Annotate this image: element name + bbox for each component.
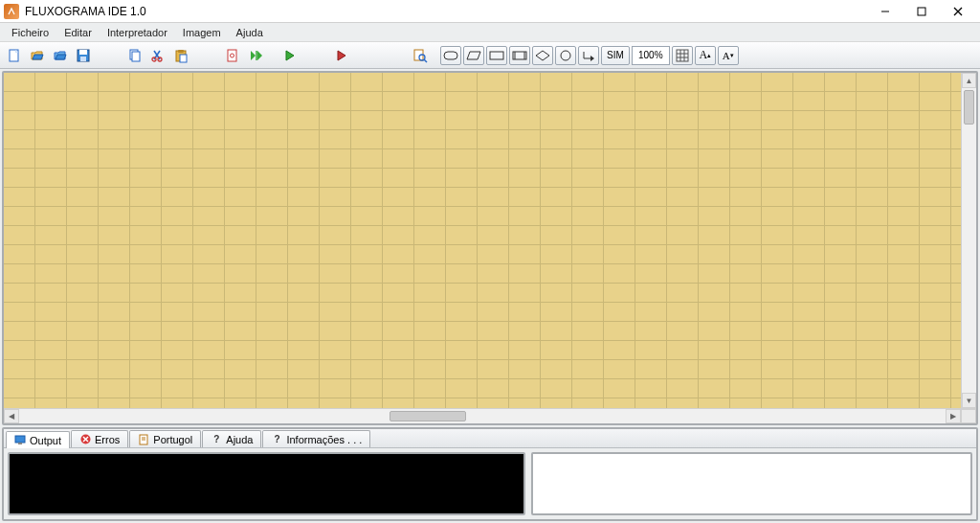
shape-decision-button[interactable] — [532, 46, 553, 65]
svg-rect-42 — [15, 436, 25, 443]
svg-rect-10 — [132, 52, 140, 61]
copy-button[interactable] — [124, 45, 145, 66]
menu-ajuda[interactable]: Ajuda — [229, 25, 271, 40]
bottom-tabs: Output Erros Portugol ? Ajuda ? Inform — [4, 429, 976, 448]
new-file-button[interactable] — [4, 45, 25, 66]
paste-button[interactable] — [170, 45, 191, 66]
font-decrease-button[interactable]: A▾ — [718, 46, 739, 65]
svg-marker-20 — [251, 51, 256, 60]
settings-button[interactable] — [222, 45, 243, 66]
shape-connector-button[interactable] — [555, 46, 576, 65]
menu-editar[interactable]: Editar — [56, 25, 100, 40]
h-scroll-thumb[interactable] — [390, 411, 466, 421]
bottom-panel: Output Erros Portugol ? Ajuda ? Inform — [2, 427, 978, 521]
font-dec-label: A — [723, 50, 730, 61]
font-increase-button[interactable]: A▴ — [695, 46, 716, 65]
shape-process-button[interactable] — [486, 46, 507, 65]
scroll-corner — [961, 409, 976, 423]
shape-terminal-button[interactable] — [440, 46, 461, 65]
svg-rect-1 — [918, 8, 925, 15]
tab-output[interactable]: Output — [6, 431, 70, 448]
menu-imagem[interactable]: Imagem — [175, 25, 229, 40]
svg-line-27 — [424, 59, 427, 62]
minimize-button[interactable] — [867, 1, 903, 22]
canvas-container: ▲ ▼ ◀ ▶ — [2, 71, 978, 425]
shape-arrow-button[interactable] — [578, 46, 599, 65]
window-title: FLUXOGRAMA IDE 1.0 — [25, 5, 867, 18]
tab-erros-label: Erros — [95, 434, 120, 445]
output-console[interactable] — [8, 452, 525, 515]
svg-rect-7 — [79, 50, 87, 55]
svg-rect-30 — [490, 52, 503, 59]
svg-point-35 — [561, 51, 570, 60]
main-area: ▲ ▼ ◀ ▶ Output Erros — [0, 69, 980, 523]
svg-rect-37 — [677, 50, 688, 61]
svg-rect-17 — [180, 55, 187, 62]
horizontal-scrollbar[interactable]: ◀ ▶ — [4, 408, 976, 423]
menu-ficheiro[interactable]: Ficheiro — [4, 25, 56, 40]
svg-rect-8 — [80, 57, 86, 61]
document-icon — [138, 434, 149, 445]
open-alt-button[interactable] — [50, 45, 71, 66]
run-button[interactable] — [279, 45, 301, 66]
bottom-content — [4, 448, 976, 519]
help-icon: ? — [211, 434, 222, 445]
output-side-panel[interactable] — [531, 452, 972, 515]
scroll-right-arrow-icon[interactable]: ▶ — [946, 409, 961, 423]
menu-interpretador[interactable]: Interpretador — [100, 25, 175, 40]
find-button[interactable] — [410, 45, 431, 66]
menu-bar: Ficheiro Editar Interpretador Imagem Aju… — [0, 23, 980, 42]
stop-button[interactable] — [331, 45, 352, 66]
zoom-input[interactable] — [632, 46, 670, 65]
svg-rect-43 — [18, 443, 22, 444]
tab-erros[interactable]: Erros — [71, 430, 128, 447]
svg-rect-28 — [444, 52, 457, 59]
tab-info-label: Informações . . . — [286, 434, 362, 445]
toolbar: SIM A▴ A▾ — [0, 42, 980, 69]
tab-portugol[interactable]: Portugol — [129, 430, 201, 447]
close-button[interactable] — [940, 1, 976, 22]
svg-marker-36 — [590, 56, 594, 61]
tab-info[interactable]: ? Informações . . . — [262, 430, 370, 447]
error-icon — [79, 434, 91, 445]
svg-marker-24 — [338, 51, 345, 60]
scroll-left-arrow-icon[interactable]: ◀ — [4, 409, 19, 423]
maximize-button[interactable] — [903, 1, 940, 22]
shape-subprocess-button[interactable] — [509, 46, 530, 65]
svg-rect-16 — [178, 50, 184, 53]
svg-marker-29 — [467, 52, 480, 59]
scroll-up-arrow-icon[interactable]: ▲ — [962, 73, 976, 88]
font-inc-label: A — [699, 48, 707, 62]
tab-ajuda-label: Ajuda — [226, 434, 253, 445]
app-icon — [4, 4, 19, 19]
svg-rect-18 — [228, 50, 236, 61]
info-icon: ? — [271, 434, 282, 445]
grid-toggle-button[interactable] — [672, 46, 693, 65]
svg-marker-34 — [536, 51, 549, 60]
tab-ajuda[interactable]: ? Ajuda — [202, 430, 261, 447]
v-scroll-thumb[interactable] — [964, 90, 974, 125]
open-button[interactable] — [27, 45, 48, 66]
save-button[interactable] — [73, 45, 94, 66]
shape-io-button[interactable] — [463, 46, 484, 65]
svg-marker-23 — [286, 51, 294, 60]
vertical-scrollbar[interactable]: ▲ ▼ — [961, 73, 976, 408]
tab-output-label: Output — [30, 435, 61, 446]
tab-portugol-label: Portugol — [153, 434, 192, 445]
sim-button[interactable]: SIM — [601, 46, 630, 65]
flowchart-canvas[interactable] — [4, 73, 961, 408]
cut-button[interactable] — [147, 45, 168, 66]
monitor-icon — [14, 435, 26, 446]
title-bar: FLUXOGRAMA IDE 1.0 — [0, 0, 980, 23]
scroll-down-arrow-icon[interactable]: ▼ — [962, 393, 976, 408]
run-step-button[interactable] — [245, 45, 266, 66]
svg-marker-22 — [257, 51, 262, 60]
